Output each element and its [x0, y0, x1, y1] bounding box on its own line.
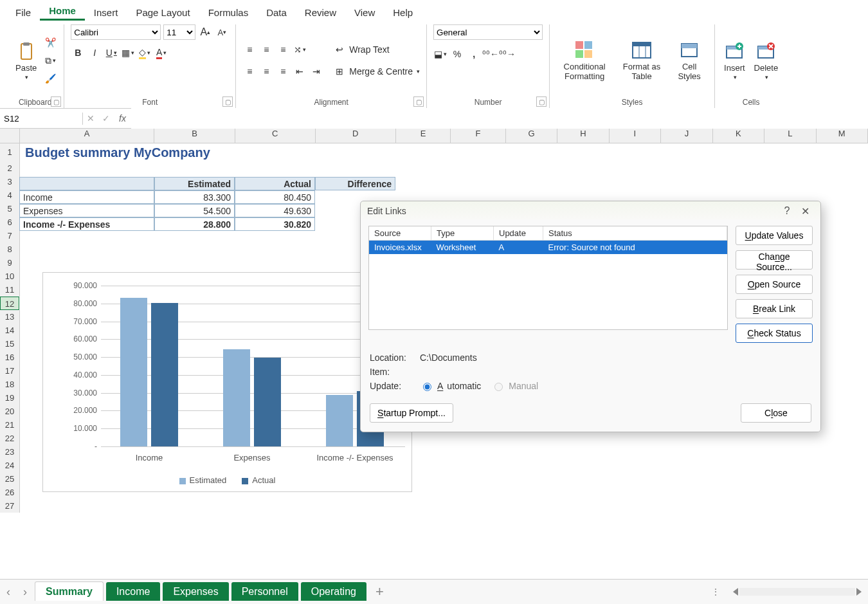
check-status-button[interactable]: Check Status: [736, 324, 813, 343]
row-header-20[interactable]: 20: [0, 405, 20, 418]
row-header-2[interactable]: 2: [0, 161, 20, 175]
font-size-select[interactable]: 11: [163, 24, 195, 40]
border-button[interactable]: ▦▾: [121, 45, 135, 60]
align-top-icon[interactable]: ≡: [242, 42, 257, 57]
delete-cells-button[interactable]: Delete▾: [752, 40, 781, 82]
col-header-K[interactable]: K: [713, 129, 764, 143]
row-header-9[interactable]: 9: [0, 256, 20, 270]
col-source[interactable]: Source: [369, 226, 431, 241]
col-status[interactable]: Status: [543, 226, 727, 241]
update-automatic-radio[interactable]: Automatic: [420, 381, 481, 391]
enter-icon[interactable]: ✓: [98, 113, 114, 124]
update-values-button[interactable]: Update Values: [736, 226, 813, 245]
row-header-26[interactable]: 26: [0, 486, 20, 499]
menu-insert[interactable]: Insert: [85, 5, 127, 21]
close-button[interactable]: Close: [741, 403, 811, 423]
sheet-tab-operating[interactable]: Operating: [301, 582, 366, 601]
cancel-icon[interactable]: ✕: [83, 113, 98, 124]
col-header-L[interactable]: L: [764, 129, 816, 143]
row-header-23[interactable]: 23: [0, 445, 20, 459]
col-header-F[interactable]: F: [451, 129, 505, 143]
startup-prompt-button[interactable]: Startup Prompt...: [370, 403, 453, 423]
format-as-table-button[interactable]: Format as Table: [617, 39, 667, 82]
dialog-help-button[interactable]: ?: [778, 205, 796, 217]
sheet-tab-expenses[interactable]: Expenses: [163, 582, 228, 601]
bold-button[interactable]: B: [71, 45, 85, 60]
row-header-13[interactable]: 13: [0, 310, 20, 324]
font-name-select[interactable]: Calibri: [71, 24, 161, 40]
row-header-3[interactable]: 3: [0, 175, 20, 188]
row-header-22[interactable]: 22: [0, 432, 20, 445]
increase-indent-icon[interactable]: ⇥: [309, 64, 323, 79]
row-header-4[interactable]: 4: [0, 188, 20, 202]
row-header-25[interactable]: 25: [0, 472, 20, 486]
change-source-button[interactable]: Change Source...: [736, 250, 813, 270]
budget-chart[interactable]: Estimated Actual -10.00020.00030.00040.0…: [42, 272, 412, 492]
row-header-27[interactable]: 27: [0, 499, 20, 513]
row-header-12[interactable]: 12: [0, 297, 19, 310]
col-type[interactable]: Type: [431, 226, 494, 241]
break-link-button[interactable]: Break Link: [736, 299, 813, 318]
menu-help[interactable]: Help: [384, 5, 422, 21]
align-center-icon[interactable]: ≡: [259, 64, 273, 79]
paste-button[interactable]: Paste ▾: [13, 40, 39, 82]
orientation-icon[interactable]: ⤭▾: [293, 42, 307, 57]
row-header-6[interactable]: 6: [0, 215, 20, 229]
col-update[interactable]: Update: [494, 226, 543, 241]
alignment-dialog-launcher[interactable]: ▢: [413, 96, 424, 107]
sheet-tab-income[interactable]: Income: [106, 582, 160, 601]
increase-decimal-icon[interactable]: ⁰⁰←: [484, 46, 498, 62]
align-middle-icon[interactable]: ≡: [259, 42, 273, 57]
insert-cells-button[interactable]: Insert▾: [721, 40, 748, 82]
update-manual-radio[interactable]: Manual: [491, 381, 538, 391]
row-header-11[interactable]: 11: [0, 283, 20, 297]
row-header-14[interactable]: 14: [0, 324, 20, 337]
menu-home[interactable]: Home: [40, 3, 85, 21]
row-header-15[interactable]: 15: [0, 337, 20, 351]
clipboard-dialog-launcher[interactable]: ▢: [51, 96, 61, 107]
merge-centre-button[interactable]: ⊞ Merge & Centre ▾: [332, 64, 420, 79]
underline-button[interactable]: U▾: [104, 45, 118, 60]
formula-input[interactable]: [131, 108, 868, 129]
menu-data[interactable]: Data: [257, 5, 296, 21]
col-header-B[interactable]: B: [154, 129, 235, 143]
row-header-18[interactable]: 18: [0, 378, 20, 391]
row-header-19[interactable]: 19: [0, 391, 20, 405]
tab-nav-next[interactable]: ›: [17, 585, 33, 599]
cell-styles-button[interactable]: Cell Styles: [671, 39, 708, 82]
col-header-G[interactable]: G: [506, 129, 557, 143]
link-row[interactable]: Invoices.xlsx Worksheet A Error: Source …: [369, 241, 727, 255]
row-header-5[interactable]: 5: [0, 202, 20, 215]
col-header-E[interactable]: E: [396, 129, 451, 143]
number-dialog-launcher[interactable]: ▢: [536, 96, 547, 107]
horizontal-scrollbar[interactable]: [739, 588, 855, 596]
row-header-1[interactable]: 1: [0, 143, 20, 161]
tab-options[interactable]: ⋮: [705, 587, 727, 597]
wrap-text-button[interactable]: ↩ Wrap Text: [332, 42, 420, 57]
align-right-icon[interactable]: ≡: [276, 64, 290, 79]
menu-review[interactable]: Review: [296, 5, 345, 21]
align-bottom-icon[interactable]: ≡: [276, 42, 290, 57]
menu-view[interactable]: View: [345, 5, 384, 21]
fill-color-button[interactable]: ◇▾: [138, 45, 152, 60]
comma-icon[interactable]: ,: [467, 46, 481, 62]
sheet-tab-personnel[interactable]: Personnel: [231, 582, 298, 601]
row-header-21[interactable]: 21: [0, 418, 20, 432]
menu-formulas[interactable]: Formulas: [199, 5, 258, 21]
fx-icon[interactable]: fx: [114, 113, 131, 124]
col-header-I[interactable]: I: [610, 129, 661, 143]
tab-nav-prev[interactable]: ‹: [0, 585, 17, 599]
row-header-16[interactable]: 16: [0, 351, 20, 364]
col-header-C[interactable]: C: [235, 129, 316, 143]
sheet-tab-summary[interactable]: Summary: [35, 581, 104, 601]
accounting-format-icon[interactable]: ⬓▾: [433, 46, 448, 62]
name-box[interactable]: [0, 113, 83, 125]
row-header-8[interactable]: 8: [0, 243, 20, 256]
decrease-decimal-icon[interactable]: ⁰⁰→: [500, 46, 514, 62]
decrease-indent-icon[interactable]: ⇤: [293, 64, 307, 79]
col-header-A[interactable]: A: [20, 129, 155, 143]
align-left-icon[interactable]: ≡: [242, 64, 257, 79]
col-header-J[interactable]: J: [661, 129, 712, 143]
row-header-17[interactable]: 17: [0, 364, 20, 378]
percent-icon[interactable]: %: [450, 46, 464, 62]
